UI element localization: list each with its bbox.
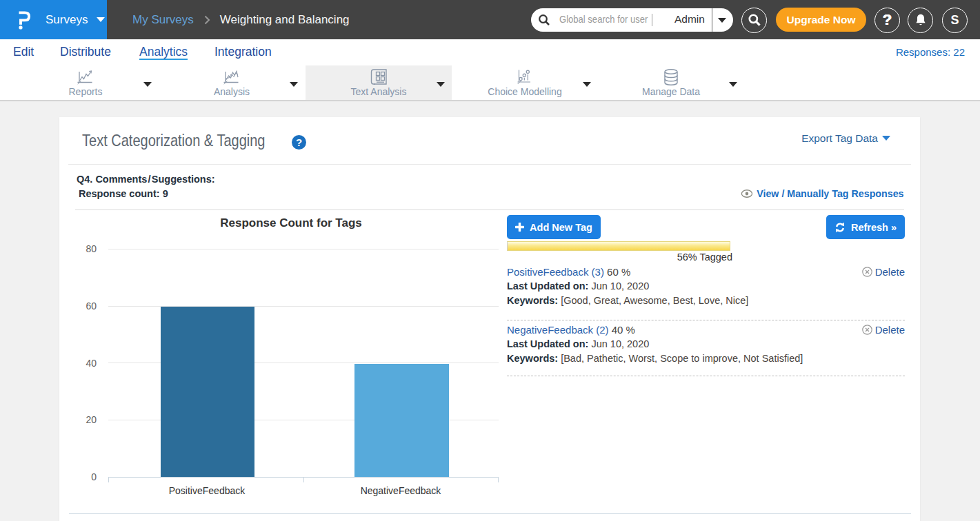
svg-text:0: 0 [91, 471, 97, 482]
svg-text:NegativeFeedback: NegativeFeedback [361, 485, 442, 496]
svg-text:80: 80 [86, 243, 97, 254]
svg-text:Response Count for Tags: Response Count for Tags [220, 216, 362, 229]
svg-text:PositiveFeedback: PositiveFeedback [169, 485, 246, 496]
svg-text:60: 60 [86, 300, 97, 311]
svg-text:40: 40 [86, 358, 97, 369]
svg-text:20: 20 [86, 414, 97, 425]
